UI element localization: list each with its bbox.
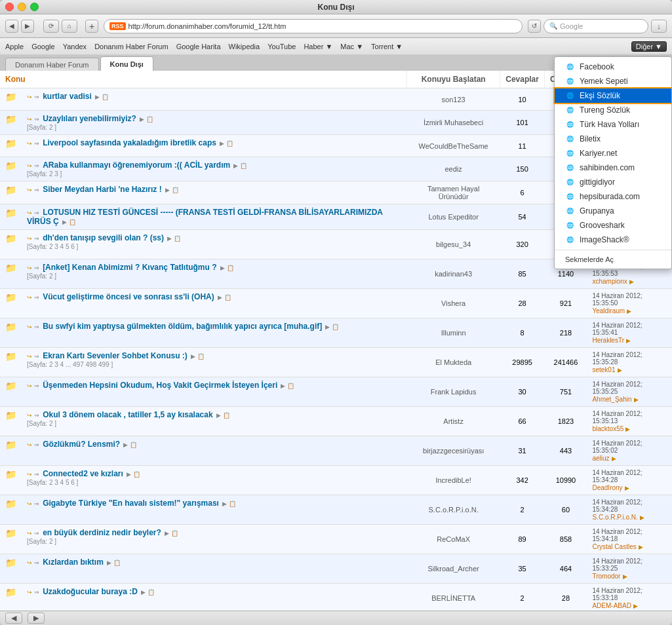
add-bookmark-button[interactable]: + <box>85 20 98 33</box>
topic-link[interactable]: LOTUSUN HIZ TESTİ GÜNCESİ ----- (FRANSA … <box>27 208 383 226</box>
last-user-link[interactable]: Ahmet_Şahin <box>592 396 631 403</box>
dropdown-item-türk-hava-yolları[interactable]: 🌐 Türk Hava Yolları <box>555 117 671 132</box>
dropdown-item-gittigidiyor[interactable]: 🌐 gittigidiyor <box>555 175 671 189</box>
diger-button[interactable]: Diğer ▼ <box>631 41 667 52</box>
dropdown-item-label: Grupanya <box>580 206 614 216</box>
dropdown-item-yemek-sepeti[interactable]: 🌐 Yemek Sepeti <box>555 74 671 88</box>
last-user-link[interactable]: S.C.o.R.P.i.o.N. <box>592 514 637 521</box>
last-msg-date: 14 Haziran 2012; 15:35:28 <box>592 351 666 366</box>
topic-link[interactable]: Gözlükmü? Lensmi? <box>43 440 120 449</box>
status-back[interactable]: ◀ <box>5 613 22 624</box>
bookmark-haber[interactable]: Haber ▼ <box>304 43 332 50</box>
topic-arrow: ▶ <box>140 116 144 123</box>
last-user-link[interactable]: xchampionx <box>592 278 627 285</box>
topic-link[interactable]: Siber Meydan Harbi 'ne Hazırız ! <box>43 185 162 194</box>
forward-button[interactable]: ▶ <box>21 20 34 33</box>
arrow-icon: ↪ <box>27 324 32 330</box>
last-user-link[interactable]: blacktox55 <box>592 425 623 432</box>
last-user-link[interactable]: ADEM-ABAD <box>592 602 631 609</box>
topic-link[interactable]: Bu swfyi kim yaptıysa gülmekten öldüm, b… <box>43 322 322 331</box>
topic-link[interactable]: Vücut geliştirme öncesi ve sonrası ss'li… <box>43 292 214 301</box>
tab-konudisi[interactable]: Konu Dışı <box>100 56 153 71</box>
topic-link[interactable]: en büyük derdiniz nedir beyler? <box>43 528 161 537</box>
dropdown-item-sahibinden.com[interactable]: 🌐 sahibinden.com <box>555 161 671 175</box>
goto-icon: ⇒ <box>34 265 39 271</box>
dropdown-item-biletix[interactable]: 🌐 Biletix <box>555 132 671 146</box>
dropdown-item-label: Kariyer.net <box>580 149 617 158</box>
dropdown-item-kariyer.net[interactable]: 🌐 Kariyer.net <box>555 146 671 161</box>
dropdown-open-tabs[interactable]: Sekmelerde Aç <box>555 253 671 266</box>
search-bar[interactable]: 🔍 Google <box>544 19 648 33</box>
bookmark-wikipedia[interactable]: Wikipedia <box>229 43 260 50</box>
last-user-link[interactable]: Yealdiraum <box>592 307 625 314</box>
goto-icon: ⇒ <box>34 162 39 169</box>
arrow-icon: ↪ <box>27 412 32 419</box>
dropdown-item-tureng-sözlük[interactable]: 🌐 Tureng Sözlük <box>555 103 671 117</box>
row-replies: 2 <box>500 584 545 611</box>
dropdown-item-grooveshark[interactable]: 🌐 Grooveshark <box>555 218 671 233</box>
dropdown-item-ekşi-sözlük[interactable]: 🌐 Ekşi Sözlük <box>555 88 671 103</box>
toolbar: ◀ ▶ ⟳ ⌂ + RSS http://forum.donanimhaber.… <box>0 14 672 38</box>
bookmark-google[interactable]: Google <box>31 43 54 50</box>
topic-link[interactable]: Liverpool sayfasında yakaladığım ibretli… <box>43 138 216 147</box>
tab-donanimhaber[interactable]: Donanım Haber Forum <box>5 58 99 71</box>
bookmark-mac[interactable]: Mac ▼ <box>340 43 363 50</box>
last-user-link[interactable]: setek01 <box>592 366 615 373</box>
last-msg-arrow: ▶ <box>629 278 634 285</box>
row-icon: 📁 <box>0 181 22 204</box>
last-user-link[interactable]: Tromodor <box>592 573 620 580</box>
topic-link[interactable]: Ekran Kartı Sevenler Sohbet Konusu :) <box>43 351 188 360</box>
topic-link[interactable]: Connected2 ve kızları <box>43 469 123 478</box>
status-forward[interactable]: ▶ <box>28 613 45 624</box>
dropdown-item-hepsiburada.com[interactable]: 🌐 hepsiburada.com <box>555 189 671 204</box>
last-msg-arrow: ▶ <box>627 308 631 314</box>
last-user-link[interactable]: DeadIrony <box>592 484 622 491</box>
row-icon: 📁 <box>0 259 22 289</box>
last-user-link[interactable]: Crystal Castles <box>592 543 636 550</box>
row-views: 751 <box>544 377 587 407</box>
row-lastmsg: 14 Haziran 2012; 15:34:28 S.C.o.R.P.i.o.… <box>587 495 671 525</box>
topic-link[interactable]: Uzaylıları yenebilirmiyiz? <box>43 114 136 123</box>
maximize-button[interactable] <box>30 3 39 11</box>
close-button[interactable] <box>5 3 14 11</box>
minimize-button[interactable] <box>18 3 26 11</box>
topic-link[interactable]: Uzakdoğucular buraya :D <box>43 587 138 596</box>
topic-link[interactable]: Gigabyte Türkiye "En havalı sistem!" yar… <box>43 499 219 508</box>
dropdown-item-grupanya[interactable]: 🌐 Grupanya <box>555 204 671 218</box>
topic-arrow: ▶ <box>165 530 169 537</box>
topic-arrow: ▶ <box>191 353 195 360</box>
downloads-button[interactable]: ↓ <box>651 20 667 33</box>
last-user-link[interactable]: HeraklesTr <box>592 337 624 344</box>
bookmark-youtube[interactable]: YouTube <box>267 43 296 50</box>
last-user-link[interactable]: aeliuz <box>592 455 609 462</box>
topic-link[interactable]: ARaba kullanmayı öğrenemiyorum :(( ACİL … <box>43 161 230 170</box>
search-placeholder: Google <box>560 22 583 30</box>
row-views: 218 <box>544 318 587 348</box>
bookmark-yandex[interactable]: Yandex <box>63 43 87 50</box>
topic-link[interactable]: Üşenmeden Hepsini Okudum, Hoş Vakit Geçi… <box>43 381 277 390</box>
last-msg-date: 14 Haziran 2012; 15:35:13 <box>592 410 666 425</box>
reload-button[interactable]: ⟳ <box>43 20 59 33</box>
dropdown-item-imageshack®[interactable]: 🌐 ImageShack® <box>555 233 671 247</box>
bookmark-donanimhaber[interactable]: Donanım Haber Forum <box>94 43 168 50</box>
last-msg-date: 14 Haziran 2012; 15:33:18 <box>592 587 666 601</box>
page-links: [Sayfa: 2 3 ] <box>27 170 62 178</box>
row-lastmsg: 14 Haziran 2012; 15:34:28 DeadIrony ▶ <box>587 466 671 495</box>
bookmark-apple[interactable]: Apple <box>5 43 24 50</box>
topic-link[interactable]: [Anket] Kenan Abimizmi ? Kıvanç Tatlıtuğ… <box>43 263 216 272</box>
refresh-button[interactable]: ↺ <box>528 20 541 33</box>
address-bar[interactable]: RSS http://forum.donanimhaber.com/forumi… <box>104 19 523 33</box>
home-button[interactable]: ⌂ <box>62 20 77 33</box>
globe-icon: 🌐 <box>565 178 574 187</box>
row-replies: 2 <box>500 495 545 525</box>
topic-link[interactable]: dh'den tanışıp sevgili olan ? (ss) <box>43 233 164 242</box>
topic-link[interactable]: kurtlar vadisi <box>43 92 92 101</box>
bookmark-googleharita[interactable]: Google Harita <box>176 43 221 50</box>
topic-link[interactable]: Okul 3 dönem olacak , tatiller 1,5 ay kı… <box>43 410 212 419</box>
row-topic: ↪ ⇒ Gözlükmü? Lensmi? ▶ 📋 <box>22 436 407 466</box>
back-button[interactable]: ◀ <box>5 20 18 33</box>
goto-icon: ⇒ <box>34 235 39 242</box>
bookmark-torrent[interactable]: Torrent ▼ <box>371 43 403 50</box>
dropdown-item-label: Grooveshark <box>580 221 625 230</box>
topic-link[interactable]: Kızlardan bıktım <box>43 558 104 567</box>
